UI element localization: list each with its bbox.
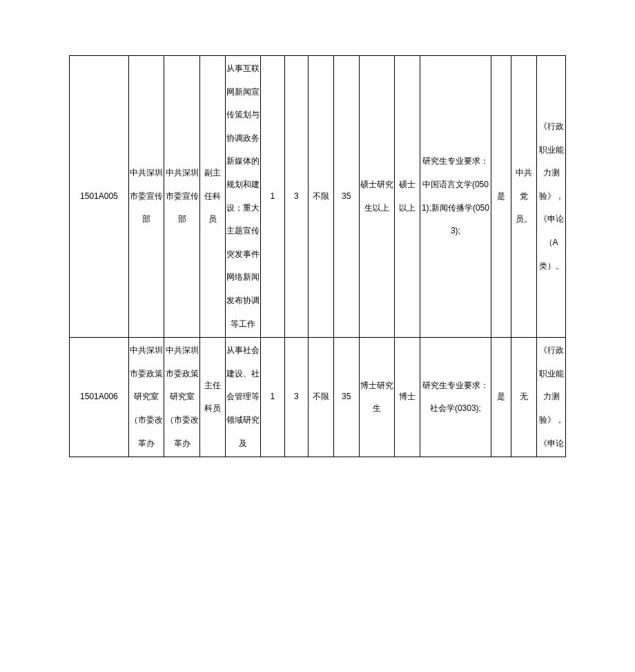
cell-degree: 博士 xyxy=(395,338,420,457)
cell-degree: 硕士以上 xyxy=(395,56,420,338)
cell-ratio: 3 xyxy=(284,338,308,457)
cell-yn: 是 xyxy=(491,338,511,457)
cell-age: 35 xyxy=(333,338,359,457)
cell-edu: 博士研究生 xyxy=(359,338,395,457)
cell-dept: 中共深圳市委政策研究室（市委改革办 xyxy=(164,338,200,457)
cell-org: 中共深圳市委宣传部 xyxy=(128,56,164,338)
cell-position: 副主任科员 xyxy=(199,56,225,338)
cell-code: 1501A006 xyxy=(70,338,129,457)
cell-exam: 《行政职业能力测验》，《申论（A类）。 xyxy=(537,56,566,338)
cell-gender: 不限 xyxy=(308,338,333,457)
cell-ratio: 3 xyxy=(284,56,308,338)
cell-num: 1 xyxy=(261,338,284,457)
cell-org: 中共深圳市委政策研究室（市委改革办 xyxy=(128,338,164,457)
table-row: 1501A005 中共深圳市委宣传部 中共深圳市委宣传部 副主任科员 从事互联网… xyxy=(70,56,566,338)
cell-other: 中共党员。 xyxy=(511,56,537,338)
cell-major: 研究生专业要求：中国语言文学(0501);新闻传播学(0503); xyxy=(420,56,491,338)
cell-yn: 是 xyxy=(491,56,511,338)
cell-major: 研究生专业要求：社会学(0303); xyxy=(420,338,491,457)
cell-desc: 从事社会建设、社会管理等领域研究及 xyxy=(225,338,261,457)
cell-position: 主任科员 xyxy=(199,338,225,457)
cell-code: 1501A005 xyxy=(70,56,129,338)
cell-dept: 中共深圳市委宣传部 xyxy=(164,56,200,338)
cell-age: 35 xyxy=(333,56,359,338)
cell-edu: 硕士研究生以上 xyxy=(359,56,395,338)
table-row: 1501A006 中共深圳市委政策研究室（市委改革办 中共深圳市委政策研究室（市… xyxy=(70,338,566,457)
cell-num: 1 xyxy=(261,56,284,338)
cell-other: 无 xyxy=(511,338,537,457)
cell-gender: 不限 xyxy=(308,56,333,338)
recruitment-table: 1501A005 中共深圳市委宣传部 中共深圳市委宣传部 副主任科员 从事互联网… xyxy=(69,55,566,457)
cell-desc: 从事互联网新闻宣传策划与协调政务新媒体的规划和建设；重大主题宣传突发事件网络新闻… xyxy=(225,56,261,338)
cell-exam: 《行政职业能力测验》，《申论 xyxy=(537,338,566,457)
